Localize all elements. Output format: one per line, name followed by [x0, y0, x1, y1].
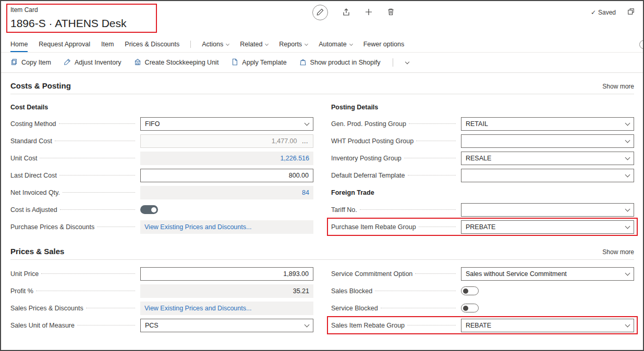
dotted-leader	[77, 325, 135, 325]
prices-right-column: Service Commitment Option Sales without …	[331, 265, 634, 334]
show-product-in-shopify-button[interactable]: Show product in Shopify	[299, 58, 381, 67]
menu-reports[interactable]: Reports	[279, 36, 308, 52]
menu-related[interactable]: Related	[240, 36, 268, 52]
field-cost-is-adjusted: Cost is Adjusted	[10, 201, 313, 218]
cost-is-adjusted-toggle[interactable]	[140, 205, 158, 214]
field-gen-prod-posting-group: Gen. Prod. Posting Group RETAIL	[331, 115, 634, 132]
copy-item-button[interactable]: Copy Item	[10, 58, 51, 67]
costing-method-select[interactable]: FIFO	[140, 117, 313, 131]
field-sales-prices-discounts: Sales Prices & Discounts View Existing P…	[10, 299, 313, 317]
default-deferral-template-select[interactable]	[461, 169, 634, 182]
menu-automate[interactable]: Automate	[319, 36, 353, 52]
edit-button[interactable]	[312, 5, 328, 20]
unit-price-label: Unit Price	[10, 270, 39, 278]
dotted-leader	[59, 175, 135, 176]
save-status: ✓ Saved	[591, 9, 616, 16]
service-commitment-option-select[interactable]: Sales without Service Commitment	[461, 267, 634, 281]
chevron-down-icon	[625, 172, 630, 177]
sales-blocked-toggle[interactable]	[461, 286, 479, 295]
dotted-leader	[41, 273, 135, 274]
view-sales-prices-link[interactable]: View Existing Prices and Discounts...	[140, 302, 313, 315]
field-last-direct-cost: Last Direct Cost 800.00	[10, 167, 313, 184]
view-purchase-prices-link[interactable]: View Existing Prices and Discounts...	[140, 220, 313, 234]
dotted-leader	[408, 175, 456, 176]
service-blocked-toggle[interactable]	[461, 304, 479, 312]
costing-method-label: Costing Method	[10, 120, 56, 128]
help-button-partial[interactable]	[639, 40, 644, 49]
dotted-leader	[60, 209, 135, 210]
last-direct-cost-input[interactable]: 800.00	[140, 169, 313, 182]
field-purchase-prices-discounts: Purchase Prices & Discounts View Existin…	[10, 218, 313, 235]
sales-item-rebate-group-select[interactable]: REBATE	[461, 319, 634, 332]
sales-item-rebate-group-label: Sales Item Rebate Group	[331, 322, 405, 329]
card-content: Costs & Posting Show more Cost Details C…	[1, 81, 643, 334]
gen-prod-posting-group-label: Gen. Prod. Posting Group	[331, 120, 406, 128]
gen-prod-posting-group-select[interactable]: RETAIL	[461, 117, 634, 131]
unit-cost-field[interactable]: 1,226.516	[140, 152, 313, 165]
field-sales-blocked: Sales Blocked	[331, 282, 634, 299]
show-more-button[interactable]: Show more	[602, 83, 634, 90]
menu-separator	[190, 41, 191, 48]
action-bar: Copy Item Adjust Inventory Create Stockk…	[1, 53, 643, 73]
prices-sales-columns: Unit Price 1,893.00 Profit % 35.21 Sales…	[10, 265, 634, 334]
menu-fewer-options[interactable]: Fewer options	[363, 36, 405, 52]
net-invoiced-qty-label: Net Invoiced Qty.	[10, 189, 60, 196]
adjust-inventory-label: Adjust Inventory	[75, 59, 121, 66]
toggle-knob	[151, 207, 156, 212]
adjust-inventory-button[interactable]: Adjust Inventory	[64, 58, 121, 67]
chevron-down-icon	[349, 42, 353, 45]
page-header: Item Card 1896-S · ATHENS Desk	[1, 1, 643, 36]
shopify-split-chevron-icon[interactable]	[405, 60, 409, 64]
tab-request-approval[interactable]: Request Approval	[39, 36, 90, 52]
wht-product-posting-group-select[interactable]	[461, 134, 634, 148]
dotted-leader	[375, 291, 456, 291]
dotted-leader	[419, 227, 456, 227]
tariff-no-select[interactable]	[461, 203, 634, 217]
header-status-area: ✓ Saved	[591, 8, 635, 17]
copy-item-label: Copy Item	[21, 59, 51, 66]
field-profit-pct: Profit % 35.21	[10, 282, 313, 299]
toggle-knob	[463, 289, 468, 294]
apply-template-button[interactable]: Apply Template	[231, 58, 286, 67]
apply-template-label: Apply Template	[242, 59, 286, 66]
service-blocked-label: Service Blocked	[331, 305, 378, 312]
chevron-down-icon	[625, 322, 630, 327]
tab-item[interactable]: Item	[101, 36, 114, 52]
inventory-posting-group-select[interactable]: RESALE	[461, 152, 634, 165]
dotted-leader	[97, 227, 135, 227]
dotted-leader	[409, 123, 456, 124]
save-status-label: Saved	[598, 9, 616, 16]
share-button[interactable]	[342, 8, 350, 18]
service-commitment-option-label: Service Commitment Option	[331, 270, 412, 278]
open-in-window-button[interactable]	[627, 8, 635, 17]
new-button[interactable]	[364, 8, 373, 18]
delete-button[interactable]	[387, 8, 395, 17]
field-standard-cost: Standard Cost 1,477.00 …	[10, 132, 313, 149]
template-icon	[231, 58, 238, 67]
sales-unit-of-measure-select[interactable]: PCS	[140, 319, 313, 332]
dotted-leader	[36, 291, 135, 291]
unit-price-input[interactable]: 1,893.00	[140, 267, 313, 281]
dotted-leader	[55, 141, 135, 141]
show-more-button[interactable]: Show more	[602, 248, 634, 256]
tab-home[interactable]: Home	[10, 36, 28, 52]
chevron-down-icon	[625, 206, 630, 211]
item-card-page: Item Card 1896-S · ATHENS Desk	[0, 0, 644, 351]
net-invoiced-qty-field[interactable]: 84	[140, 186, 313, 199]
field-unit-cost: Unit Cost 1,226.516	[10, 149, 313, 167]
sales-prices-discounts-label: Sales Prices & Discounts	[10, 305, 83, 312]
dotted-leader	[40, 158, 135, 158]
field-net-invoiced-qty: Net Invoiced Qty. 84	[10, 184, 313, 201]
default-deferral-template-label: Default Deferral Template	[331, 172, 405, 179]
assist-edit-button[interactable]: …	[302, 139, 309, 144]
create-stockkeeping-unit-button[interactable]: Create Stockkeeping Unit	[134, 58, 219, 67]
section-costs-posting-header: Costs & Posting Show more	[10, 81, 634, 94]
tab-prices-discounts[interactable]: Prices & Discounts	[125, 36, 179, 52]
chevron-down-icon	[625, 223, 630, 229]
group-title-posting-details: Posting Details	[331, 99, 634, 115]
pencil-icon	[317, 8, 324, 17]
purchase-item-rebate-group-select[interactable]: PREBATE	[461, 220, 634, 234]
menu-actions[interactable]: Actions	[202, 36, 229, 52]
cost-is-adjusted-label: Cost is Adjusted	[10, 206, 57, 214]
dotted-leader	[59, 123, 135, 124]
